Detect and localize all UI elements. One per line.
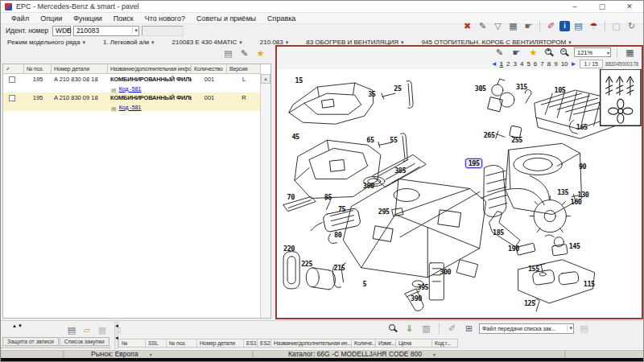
import-list-icon[interactable]: ⇓ <box>402 323 416 335</box>
page-number[interactable]: 8 <box>547 60 551 68</box>
diagram-callout-305[interactable]: 305 <box>475 84 486 93</box>
page-number[interactable]: 3 <box>514 60 517 68</box>
export-list-icon[interactable]: ▤ <box>577 323 591 335</box>
callout-pointer-icon[interactable]: ☛ <box>510 47 523 59</box>
menu-item[interactable]: Что нового? <box>139 14 191 23</box>
diagram-callout-45[interactable]: 45 <box>291 133 299 141</box>
open-list-icon[interactable]: ▱ <box>80 324 93 335</box>
save-list-icon[interactable]: ▦ <box>96 324 109 335</box>
page-number[interactable]: 7 <box>540 60 543 68</box>
ident-number-input[interactable]: 210083 <box>73 26 139 36</box>
column-header[interactable]: SSL <box>146 339 167 348</box>
hierarchy-icon[interactable]: ⊞ <box>462 323 476 335</box>
model-dropdown[interactable]: Режим модельного ряда <box>7 39 85 46</box>
column-header[interactable]: Количество <box>192 64 227 74</box>
menu-item[interactable]: Поиск <box>108 14 139 23</box>
prev-page-arrow[interactable]: ◄ <box>491 60 497 68</box>
row-checkbox[interactable] <box>9 76 15 83</box>
favorites-star-icon[interactable]: ★ <box>254 47 267 60</box>
eraser-icon[interactable]: ✐ <box>544 20 558 32</box>
column-header[interactable]: ES1 <box>244 339 258 348</box>
edit-image-icon[interactable]: ✎ <box>493 47 506 59</box>
column-header[interactable]: Название/дополнительная информация <box>108 64 192 74</box>
zoom-out-icon[interactable]: – <box>559 47 571 58</box>
diagram-callout-380[interactable]: 380 <box>363 182 374 190</box>
catalog-dropdown-icon[interactable]: ▾ <box>433 352 436 357</box>
diagram-callout-300[interactable]: 300 <box>440 268 451 276</box>
picture-icon[interactable]: ▦ <box>623 47 637 59</box>
column-header[interactable]: Номер детали <box>52 64 108 74</box>
page-number[interactable]: 2 <box>506 60 510 68</box>
umbrella-icon[interactable]: ☂ <box>587 20 601 32</box>
menu-item[interactable]: Функции <box>68 14 107 23</box>
close-document-icon[interactable]: ✖ <box>460 20 474 32</box>
diagram-callout-70[interactable]: 70 <box>287 193 295 201</box>
maximize-button[interactable]: ▢ <box>588 1 616 12</box>
preview-list-icon[interactable]: ▥ <box>419 323 433 335</box>
column-header[interactable]: № <box>118 339 146 348</box>
code-link[interactable]: Код -581 <box>119 105 142 110</box>
diagram-callout-225[interactable]: 225 <box>301 260 312 268</box>
page-number[interactable]: 1 <box>500 60 503 68</box>
diagram-callout-65[interactable]: 65 <box>366 136 374 144</box>
diagram-callout-25[interactable]: 25 <box>394 84 401 93</box>
model-dropdown[interactable]: 1. Легковой а/м <box>103 39 155 46</box>
diagram-callout-390[interactable]: 390 <box>411 294 422 302</box>
column-header[interactable]: ✓ <box>3 64 24 74</box>
row-checkbox[interactable] <box>9 95 15 101</box>
search-part-icon[interactable] <box>387 323 399 334</box>
diagram-callout-395[interactable]: 395 <box>417 283 428 291</box>
blank-icon[interactable]: ▢ <box>609 20 623 32</box>
filter-icon[interactable]: ▽ <box>491 20 505 32</box>
scroll-up-button[interactable]: ▲ <box>261 74 270 84</box>
column-header[interactable]: Название/дополнительная ин... <box>271 339 352 348</box>
diagram-callout-80[interactable]: 80 <box>334 231 341 239</box>
diagram-callout-75[interactable]: 75 <box>338 205 345 213</box>
column-header[interactable]: Версия <box>227 64 261 74</box>
column-header[interactable]: Количе... <box>352 339 376 348</box>
column-header[interactable]: Изме... <box>376 339 396 348</box>
diagram-callout-160[interactable]: 160 <box>571 198 582 206</box>
favorites-star-icon[interactable]: ★ <box>526 47 540 59</box>
menu-item[interactable]: Опции <box>35 14 68 23</box>
close-button[interactable]: ✕ <box>616 1 643 12</box>
page-number[interactable]: 10 <box>561 60 568 68</box>
new-list-icon[interactable]: ▤ <box>65 324 78 335</box>
page-number[interactable]: 6 <box>534 60 537 68</box>
table-row[interactable]: 195A 210 830 08 18КОМБИНИРОВАННЫЙ ФИЛЬТР… <box>3 74 270 84</box>
page-number[interactable]: 5 <box>526 60 530 68</box>
code-link[interactable]: Код -581 <box>119 86 142 92</box>
globe-icon[interactable]: ↻ <box>625 20 638 32</box>
next-page-arrow[interactable]: ► <box>571 60 577 68</box>
diagram-callout-215[interactable]: 215 <box>334 264 345 272</box>
diagram-callout-55[interactable]: 55 <box>390 136 397 144</box>
menu-item[interactable]: Файл <box>6 14 35 23</box>
column-header[interactable]: Код г... <box>432 339 458 348</box>
diagram-callout-5[interactable]: 5 <box>362 280 366 288</box>
ident-code-select[interactable]: WDB <box>52 26 71 36</box>
diagram-callout-265[interactable]: 265 <box>484 131 495 139</box>
diagram-callout-185[interactable]: 185 <box>493 228 504 237</box>
diagram-callout-155[interactable]: 155 <box>528 265 539 273</box>
diagram-callout-15[interactable]: 15 <box>295 76 303 84</box>
minimize-button[interactable]: – <box>561 1 588 12</box>
edit-note-icon[interactable]: ✎ <box>476 20 489 32</box>
zoom-level-select[interactable]: 121% <box>574 47 611 57</box>
zoom-in-icon[interactable]: + <box>543 47 555 58</box>
model-dropdown[interactable]: 210083 E 430 4MATIC <box>172 39 242 46</box>
transfer-file-select[interactable]: Файл передачи списка зак... <box>479 323 574 334</box>
diagram-callout-85[interactable]: 85 <box>324 193 332 201</box>
diagram-callout-295[interactable]: 295 <box>378 208 390 216</box>
diagram-callout-385[interactable]: 385 <box>394 167 406 175</box>
info-icon[interactable]: i <box>559 21 570 31</box>
diagram-callout-165[interactable]: 165 <box>576 123 588 131</box>
tab-button[interactable]: Список закупки <box>60 337 109 346</box>
menu-item[interactable]: Справка <box>262 14 301 23</box>
secondary-ident-field[interactable] <box>142 26 184 36</box>
picture-window-icon[interactable]: ▦ <box>506 20 520 32</box>
hand-pointer-icon[interactable]: ☛ <box>522 20 535 32</box>
page-number[interactable]: 4 <box>520 60 523 68</box>
column-header[interactable]: ES2 <box>258 339 271 348</box>
table-row[interactable]: 195A 210 830 09 18КОМБИНИРОВАННЫЙ ФИЛЬТР… <box>3 93 270 103</box>
note-icon[interactable]: ▤ <box>221 47 235 60</box>
